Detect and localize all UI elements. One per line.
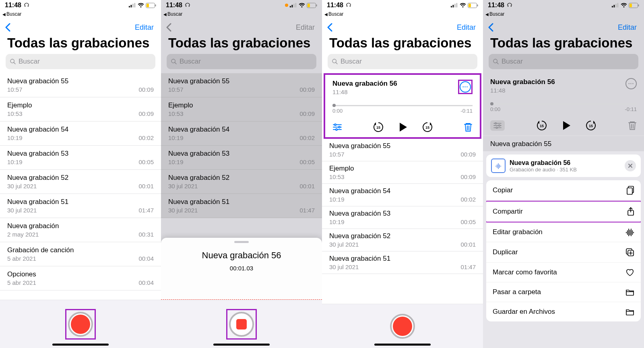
row-title: Nueva grabación 54 bbox=[329, 187, 476, 195]
search-placeholder: Buscar bbox=[341, 58, 362, 66]
menu-item-editar-grabación[interactable]: Editar grabación bbox=[486, 222, 641, 242]
list-item[interactable]: Grabación de canción5 abr 202100:04 bbox=[0, 242, 161, 266]
row-duration: 00:04 bbox=[138, 255, 154, 262]
row-sub: 10:5300:09 bbox=[329, 173, 476, 180]
sheet-handle[interactable] bbox=[234, 241, 249, 243]
breadcrumb[interactable]: ◀ Buscar bbox=[322, 10, 483, 18]
close-button[interactable] bbox=[625, 160, 636, 171]
row-sub: 10:5700:09 bbox=[329, 151, 476, 158]
search-placeholder: Buscar bbox=[19, 58, 40, 66]
svg-rect-35 bbox=[612, 6, 613, 8]
record-icon bbox=[71, 315, 90, 334]
breadcrumb[interactable]: ◀ Buscar bbox=[0, 10, 161, 18]
list-item[interactable]: Nueva grabación 5510:5700:09 bbox=[161, 73, 322, 97]
edit-button[interactable]: Editar bbox=[457, 23, 476, 32]
svg-point-31 bbox=[339, 126, 340, 128]
play-button[interactable] bbox=[397, 121, 409, 133]
stop-button[interactable] bbox=[229, 312, 254, 337]
home-indicator[interactable] bbox=[52, 344, 109, 346]
menu-icon bbox=[625, 288, 634, 296]
row-date: 10:53 bbox=[329, 173, 345, 180]
progress-track[interactable] bbox=[332, 105, 473, 106]
recordings-list[interactable]: Nueva grabación 5510:5700:09Ejemplo10:53… bbox=[322, 139, 483, 304]
progress-knob[interactable] bbox=[332, 104, 336, 107]
list-item[interactable]: Ejemplo10:5300:09 bbox=[322, 161, 483, 184]
svg-line-17 bbox=[175, 62, 176, 64]
home-indicator[interactable] bbox=[213, 344, 270, 346]
menu-icon bbox=[626, 186, 634, 195]
record-button[interactable] bbox=[68, 312, 93, 337]
nav-bar: Editar bbox=[322, 18, 483, 35]
search-input[interactable]: Buscar bbox=[328, 54, 477, 69]
svg-rect-9 bbox=[290, 6, 291, 8]
row-duration: 00:09 bbox=[460, 151, 476, 158]
search-input[interactable]: Buscar bbox=[6, 54, 155, 69]
list-item[interactable]: Nueva grabación 5510:5700:09 bbox=[0, 73, 161, 97]
row-title: Opciones bbox=[7, 270, 154, 278]
list-item[interactable]: Nueva grabación 5310:1900:05 bbox=[0, 146, 161, 170]
row-duration: 00:09 bbox=[460, 173, 476, 180]
svg-rect-40 bbox=[630, 4, 632, 7]
bottom-bar bbox=[161, 300, 322, 348]
list-item[interactable]: Nueva grabación2 may 202100:31 bbox=[0, 218, 161, 242]
menu-icon bbox=[625, 308, 634, 315]
list-item[interactable]: Nueva grabación 5510:5700:09 bbox=[322, 139, 483, 161]
back-button[interactable] bbox=[327, 23, 332, 32]
forward-15-button[interactable]: 15 bbox=[421, 121, 433, 133]
svg-line-43 bbox=[497, 62, 498, 64]
menu-item-pasar-a-carpeta[interactable]: Pasar a carpeta bbox=[486, 282, 641, 302]
menu-item-marcar-como-favorita[interactable]: Marcar como favorita bbox=[486, 263, 641, 282]
delete-button[interactable] bbox=[464, 122, 473, 132]
row-title: Ejemplo bbox=[168, 101, 315, 109]
recording-sheet[interactable]: Nueva grabación 56 00:01.03 bbox=[161, 238, 322, 348]
more-button[interactable]: ··· bbox=[460, 81, 471, 93]
menu-item-compartir[interactable]: Compartir bbox=[486, 201, 641, 222]
list-item[interactable]: Nueva grabación 5310:1900:05 bbox=[161, 146, 322, 170]
more-button[interactable]: ··· bbox=[625, 78, 637, 89]
progress-track bbox=[490, 103, 637, 105]
svg-rect-18 bbox=[451, 6, 452, 8]
list-item[interactable]: Nueva grabación 5130 jul 202101:47 bbox=[322, 251, 483, 274]
nav-bar: Editar bbox=[0, 18, 161, 35]
svg-text:15: 15 bbox=[425, 126, 429, 130]
time-start: 0:00 bbox=[490, 106, 500, 112]
list-item[interactable]: Nueva grabación 5410:1900:02 bbox=[322, 184, 483, 206]
chevron-left-icon: ◀ bbox=[324, 12, 328, 16]
context-header-card: Nueva grabación 56 Grabación de audio · … bbox=[486, 154, 641, 177]
home-indicator[interactable] bbox=[374, 344, 431, 346]
player: Nueva grabación 56 11:48 ··· 0:00 -0:11 … bbox=[483, 73, 644, 136]
row-date: 30 jul 2021 bbox=[168, 207, 198, 214]
recording-indicator-dot bbox=[285, 4, 288, 7]
signal-icon bbox=[290, 3, 297, 8]
list-item[interactable]: Ejemplo10:5300:09 bbox=[0, 97, 161, 121]
edit-button[interactable]: Editar bbox=[135, 23, 154, 32]
rewind-15-button[interactable]: 15 bbox=[372, 121, 384, 133]
recordings-list[interactable]: Nueva grabación 5510:5700:09Ejemplo10:53… bbox=[0, 73, 161, 300]
context-overlay[interactable]: Nueva grabación 56 Grabación de audio · … bbox=[483, 151, 644, 348]
list-item[interactable]: Opciones5 abr 202100:04 bbox=[0, 266, 161, 290]
battery-icon bbox=[146, 3, 156, 8]
list-item[interactable]: Ejemplo10:5300:09 bbox=[161, 97, 322, 121]
options-button[interactable] bbox=[332, 123, 342, 131]
back-button[interactable] bbox=[5, 23, 10, 32]
record-button[interactable] bbox=[390, 314, 415, 339]
wifi-icon bbox=[299, 3, 305, 8]
list-item[interactable]: Nueva grabación 5130 jul 202101:47 bbox=[0, 194, 161, 218]
wifi-icon bbox=[460, 3, 466, 8]
list-item[interactable]: Nueva grabación 5130 jul 202101:47 bbox=[161, 194, 322, 218]
list-item[interactable]: Nueva grabación 5230 jul 202100:01 bbox=[322, 229, 483, 251]
list-item[interactable]: Nueva grabación 5230 jul 202100:01 bbox=[161, 170, 322, 194]
signal-icon bbox=[612, 3, 619, 8]
list-item[interactable]: Nueva grabación 5310:1900:05 bbox=[322, 206, 483, 229]
list-item[interactable]: Nueva grabación 5410:1900:02 bbox=[0, 121, 161, 146]
row-sub: 10:5300:09 bbox=[7, 110, 154, 117]
list-item[interactable]: Nueva grabación 5230 jul 202100:01 bbox=[0, 170, 161, 194]
list-item[interactable]: Nueva grabación 5410:1900:02 bbox=[161, 121, 322, 146]
signal-icon bbox=[129, 3, 136, 8]
menu-item-copiar[interactable]: Copiar bbox=[486, 180, 641, 201]
svg-rect-5 bbox=[147, 4, 149, 7]
menu-item-duplicar[interactable]: Duplicar bbox=[486, 242, 641, 263]
row-title: Nueva grabación 51 bbox=[168, 198, 315, 206]
breadcrumb[interactable]: ◀ Buscar bbox=[161, 10, 322, 18]
menu-item-guardar-en-archivos[interactable]: Guardar en Archivos bbox=[486, 302, 641, 321]
